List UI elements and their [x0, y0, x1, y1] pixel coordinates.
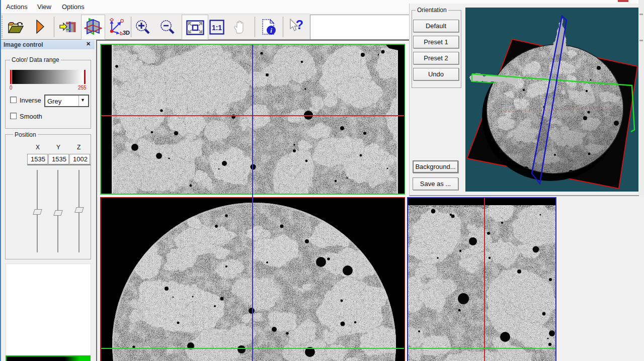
- svg-text:1:1: 1:1: [212, 24, 222, 32]
- svg-text:?: ?: [296, 18, 303, 32]
- svg-text:3D: 3D: [123, 30, 130, 36]
- svg-text:i: i: [270, 27, 272, 34]
